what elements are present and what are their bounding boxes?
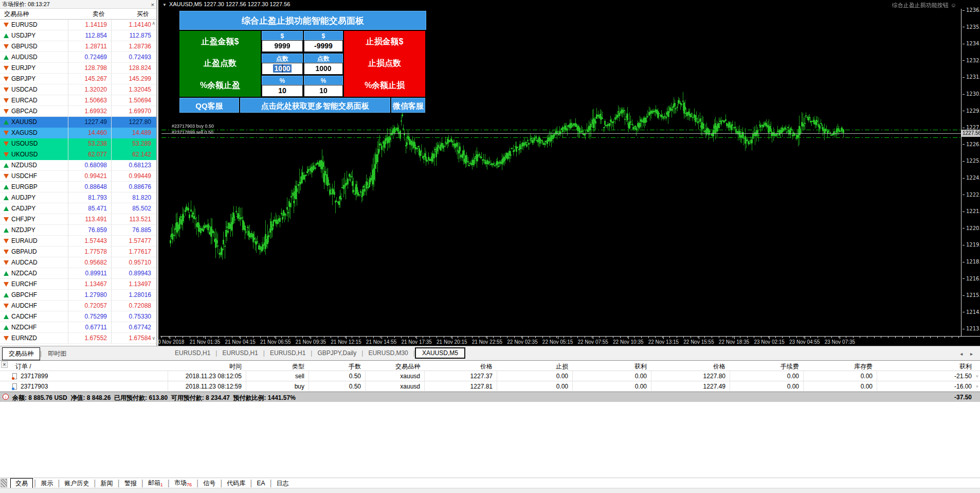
- market-watch-row-gbpchf[interactable]: GBPCHF1.279801.28016: [0, 290, 156, 301]
- market-watch-row-eurjpy[interactable]: EURJPY128.798128.824: [0, 63, 156, 74]
- tab-scroll-arrows[interactable]: ◂ ▸: [960, 351, 976, 357]
- buy-price: 1.14140: [129, 21, 151, 28]
- market-watch-row-ukousd[interactable]: UKOUSD62.07762.142: [0, 149, 156, 160]
- terminal-tab-6[interactable]: 市场76: [170, 478, 196, 488]
- market-watch-row-usdchf[interactable]: USDCHF0.994210.99449: [0, 171, 156, 182]
- market-watch-row-nzdusd[interactable]: NZDUSD0.680980.68123: [0, 160, 156, 171]
- scroll-up-icon[interactable]: ∧: [152, 21, 155, 26]
- tp-points-input[interactable]: 1000: [262, 63, 303, 75]
- market-watch-row-eurusd[interactable]: EURUSD1.141191.14140: [0, 20, 156, 30]
- order-line-label: #23717903 buy 0.50: [172, 124, 214, 129]
- column-header-buy[interactable]: 买价: [137, 9, 149, 20]
- scroll-down-icon[interactable]: ∨: [152, 336, 155, 341]
- badge-count: 1: [160, 483, 163, 488]
- market-watch-row-usousd[interactable]: USOUSD53.23853.289: [0, 138, 156, 149]
- time-tick: [415, 337, 416, 338]
- market-watch-row-eurnzd[interactable]: EURNZD1.675521.67584: [0, 333, 156, 344]
- close-order-icon[interactable]: ×: [976, 384, 978, 389]
- market-watch-row-audusd[interactable]: AUDUSD0.724690.72493: [0, 52, 156, 63]
- market-watch-row-xagusd[interactable]: XAGUSD14.46014.489: [0, 128, 156, 138]
- terminal-tab-7[interactable]: 信号: [198, 479, 220, 488]
- market-watch-row-nzdchf[interactable]: NZDCHF0.677110.67742: [0, 322, 156, 333]
- order-cell: 0.00: [556, 373, 568, 380]
- table-row-order-0[interactable]: 237178992018.11.23 08:12:05sell0.50xauus…: [0, 371, 980, 381]
- market-watch-row-gbpjpy[interactable]: GBPJPY145.267145.299: [0, 74, 156, 84]
- chart-tab-xauusd-m5-5[interactable]: XAUUSD,M5: [415, 347, 465, 359]
- chart-tab-gbpjpy-daily-3[interactable]: GBPJPY,Daily: [312, 348, 361, 358]
- market-watch-tab---1[interactable]: 即时图: [42, 348, 72, 360]
- panel-toggle-button[interactable]: 综合止盈止损功能按钮☺: [892, 2, 956, 9]
- buy-price: 1.13497: [129, 280, 151, 288]
- time-tick: [486, 337, 486, 338]
- terminal-tab-3[interactable]: 新闻: [96, 479, 117, 488]
- chevron-down-icon[interactable]: ▼: [162, 3, 167, 7]
- chart-tab-eurusd-m30-4[interactable]: EURUSD,M30: [363, 348, 413, 358]
- time-tick: [564, 337, 564, 338]
- tp-percent-input[interactable]: 10: [262, 85, 303, 97]
- order-line[interactable]: [161, 137, 961, 138]
- terminal-tab-0[interactable]: 交易: [10, 478, 33, 489]
- market-watch-row-cadchf[interactable]: CADCHF0.752990.75330: [0, 311, 156, 322]
- time-tick: [401, 337, 402, 338]
- symbol-label: EURGBP: [11, 183, 38, 190]
- chart-tab-eurusd-h1-2[interactable]: EURUSD,H1: [265, 348, 311, 358]
- time-tick: [691, 337, 691, 338]
- time-axis[interactable]: 20 Nov 201821 Nov 01:3521 Nov 04:1521 No…: [158, 337, 980, 346]
- arrow-up-icon: [4, 55, 9, 60]
- market-watch-row-audchf[interactable]: AUDCHF0.720570.72088: [0, 301, 156, 311]
- symbol-label: UKOUSD: [11, 151, 38, 158]
- column-header-symbol[interactable]: 交易品种: [4, 9, 29, 20]
- price-tick-label: 1215.50: [963, 292, 980, 298]
- sl-amount-input[interactable]: -9999: [304, 40, 343, 52]
- sl-points-input[interactable]: 1000: [304, 63, 343, 75]
- market-watch-row-eurcad[interactable]: EURCAD1.506631.50694: [0, 95, 156, 106]
- market-watch-row-xauusd[interactable]: XAUUSD1227.491227.80: [0, 117, 156, 128]
- order-cell: 2018.11.23 08:12:05: [186, 373, 242, 380]
- terminal-tab-10[interactable]: 日志: [272, 479, 294, 488]
- market-watch-row-euraud[interactable]: EURAUD1.574431.57477: [0, 236, 156, 246]
- terminal-tab-5[interactable]: 邮箱1: [143, 478, 168, 488]
- tp-amount-input[interactable]: 9999: [262, 40, 303, 52]
- time-tick: [451, 337, 451, 338]
- terminal-tab-8[interactable]: 代码库: [222, 479, 250, 488]
- market-watch-row-cadjpy[interactable]: CADJPY85.47185.502: [0, 203, 156, 214]
- buy-price: 1227.80: [129, 118, 151, 126]
- market-watch-row-audjpy[interactable]: AUDJPY81.79381.820: [0, 192, 156, 203]
- column-header-sell[interactable]: 卖价: [93, 9, 105, 20]
- wechat-support-button[interactable]: 微信客服: [391, 98, 425, 113]
- grip-icon[interactable]: [1, 479, 7, 487]
- market-watch-row-eurchf[interactable]: EURCHF1.134671.13497: [0, 279, 156, 290]
- market-watch-row-usdjpy[interactable]: USDJPY112.854112.875: [0, 30, 156, 41]
- chart-tab-eurusd-h1-1[interactable]: EURUSD,H1: [217, 348, 263, 358]
- more-panels-button[interactable]: 点击此处获取更多智能交易面板: [240, 98, 390, 113]
- order-line[interactable]: [161, 130, 961, 130]
- market-watch-tab---0[interactable]: 交易品种: [2, 347, 40, 360]
- price-tick-label: 1235.40: [963, 24, 980, 30]
- market-watch-row-gbpusd[interactable]: GBPUSD1.287111.28736: [0, 41, 156, 52]
- market-watch-row-gbpcad[interactable]: GBPCAD1.699321.69970: [0, 106, 156, 117]
- market-watch-row-nzdjpy[interactable]: NZDJPY76.85976.885: [0, 225, 156, 236]
- arrow-up-icon: [4, 206, 9, 211]
- close-order-icon[interactable]: ×: [976, 374, 978, 379]
- market-watch-row-audcad[interactable]: AUDCAD0.956820.95710: [0, 257, 156, 268]
- market-watch-row-usdcad[interactable]: USDCAD1.320201.32045: [0, 84, 156, 95]
- market-watch-row-gbpaud[interactable]: GBPAUD1.775781.77617: [0, 246, 156, 257]
- sl-percent-input[interactable]: 10: [304, 85, 343, 97]
- time-tick: [239, 337, 240, 338]
- table-row-order-1[interactable]: 237179032018.11.23 08:12:59buy0.50xauusd…: [0, 381, 980, 392]
- market-watch-row-eurgbp[interactable]: EURGBP0.886480.88676: [0, 182, 156, 192]
- chart-tab-eurusd-h1-0[interactable]: EURUSD,H1: [170, 348, 215, 358]
- terminal-tab-1[interactable]: 展示: [36, 479, 58, 488]
- terminal-tab-9[interactable]: EA: [252, 479, 269, 487]
- arrow-down-icon: [4, 239, 9, 243]
- qq-support-button[interactable]: QQ客服: [179, 98, 239, 113]
- terminal-tab-4[interactable]: 警报: [120, 479, 141, 488]
- market-watch-row-nzdcad[interactable]: NZDCAD0.899110.89943: [0, 268, 156, 279]
- time-tick: [521, 337, 522, 338]
- symbol-label: CADCHF: [11, 313, 37, 320]
- column-header: 手续费: [781, 362, 799, 371]
- market-watch-row-chfjpy[interactable]: CHFJPY113.491113.521: [0, 214, 156, 225]
- buy-price: 128.824: [129, 64, 151, 72]
- close-icon[interactable]: ×: [151, 1, 154, 9]
- terminal-tab-2[interactable]: 账户历史: [60, 479, 94, 488]
